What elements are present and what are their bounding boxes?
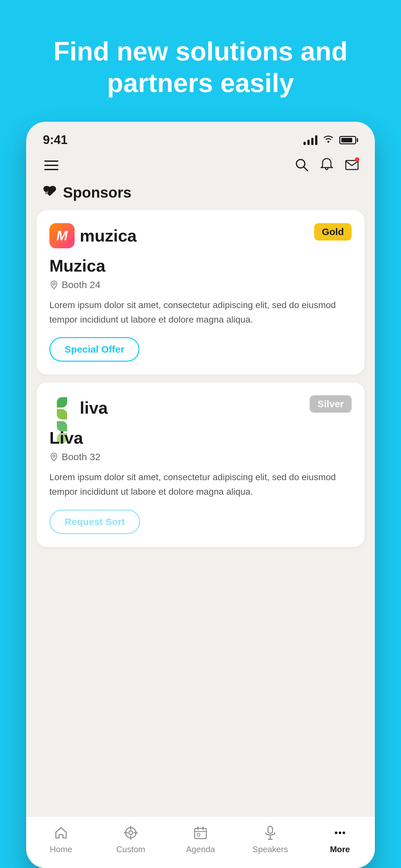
messages-button[interactable] — [344, 157, 359, 174]
nav-item-home[interactable]: Home — [35, 825, 87, 855]
svg-point-20 — [335, 832, 337, 834]
liva-booth: Booth 32 — [50, 452, 351, 462]
bell-icon — [319, 157, 334, 172]
location-icon-liva — [50, 453, 58, 461]
svg-rect-16 — [197, 833, 200, 836]
liva-name: Liva — [50, 428, 351, 447]
agenda-label: Agenda — [186, 844, 215, 855]
silver-badge: Silver — [310, 395, 351, 413]
speakers-label: Speakers — [252, 844, 288, 855]
sponsors-list: M Muzica Gold Muzica Booth 24 Lorem ipsu… — [26, 210, 375, 816]
muzica-description: Lorem ipsum dolor sit amet, consectetur … — [50, 298, 351, 327]
request-sort-button[interactable]: Request Sort — [50, 509, 140, 534]
svg-point-5 — [53, 455, 55, 457]
mail-badge — [355, 157, 359, 162]
top-nav — [26, 148, 375, 179]
svg-point-0 — [328, 141, 329, 143]
nav-item-custom[interactable]: Custom — [105, 825, 157, 855]
hero-title: Find new solutions and partners easily — [26, 35, 375, 99]
muzica-logo: M Muzica — [50, 223, 136, 248]
liva-logo-text: liva — [80, 398, 108, 417]
svg-point-4 — [53, 283, 55, 285]
battery-icon — [339, 136, 358, 144]
home-label: Home — [50, 844, 72, 855]
liva-booth-text: Booth 32 — [62, 452, 100, 462]
status-icons — [304, 134, 358, 146]
svg-point-7 — [129, 831, 133, 835]
microphone-icon — [263, 825, 278, 842]
bottom-nav: Home Custom — [26, 816, 375, 868]
special-offer-button[interactable]: Special Offer — [50, 337, 140, 362]
gold-badge: Gold — [314, 223, 351, 241]
status-bar: 9:41 — [26, 122, 375, 148]
phone-frame: 9:41 — [26, 122, 375, 868]
sponsor-card-liva[interactable]: liva Silver Liva Booth 32 Lorem ipsum do… — [36, 382, 365, 547]
nav-item-agenda[interactable]: Agenda — [175, 825, 226, 855]
signal-icon — [304, 135, 317, 145]
nav-item-more[interactable]: More — [314, 825, 366, 855]
muzica-name: Muzica — [50, 256, 351, 275]
notifications-button[interactable] — [319, 157, 334, 174]
custom-icon — [123, 825, 138, 842]
muzica-logo-text: Muzica — [80, 226, 136, 245]
location-icon — [50, 280, 58, 289]
agenda-icon — [193, 825, 208, 842]
liva-description: Lorem ipsum dolor sit amet, consectetur … — [50, 470, 351, 499]
sponsors-icon — [42, 184, 58, 201]
section-header: Sponsors — [26, 179, 375, 210]
muzica-booth-text: Booth 24 — [62, 279, 100, 290]
wifi-icon — [322, 134, 334, 146]
home-icon — [53, 825, 69, 842]
status-time: 9:41 — [43, 133, 67, 147]
search-button[interactable] — [294, 157, 309, 174]
nav-actions — [294, 157, 359, 174]
svg-line-2 — [304, 167, 308, 171]
menu-button[interactable] — [42, 158, 61, 173]
svg-point-22 — [343, 832, 345, 834]
section-title: Sponsors — [63, 184, 131, 201]
svg-point-21 — [339, 832, 341, 834]
hero-section: Find new solutions and partners easily — [0, 0, 401, 122]
more-dots-icon — [332, 825, 348, 842]
custom-label: Custom — [116, 844, 145, 855]
svg-rect-3 — [346, 160, 358, 169]
sponsor-card-muzica[interactable]: M Muzica Gold Muzica Booth 24 Lorem ipsu… — [36, 210, 365, 375]
svg-rect-17 — [268, 826, 273, 833]
nav-item-speakers[interactable]: Speakers — [244, 825, 296, 855]
svg-rect-12 — [195, 828, 206, 839]
liva-logo: liva — [50, 395, 108, 421]
muzica-booth: Booth 24 — [50, 279, 351, 290]
search-icon — [294, 157, 309, 172]
more-label: More — [330, 844, 350, 855]
